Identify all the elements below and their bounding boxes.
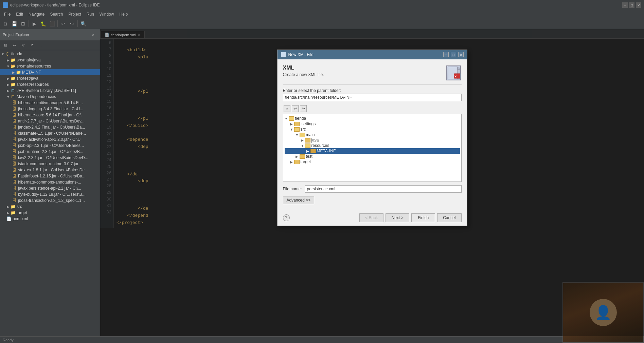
tree-item-jar-16[interactable]: 🗄 jboss-transaction-api_1.2_spec-1.1...: [0, 197, 100, 204]
dialog-description: Create a new XML file.: [283, 72, 324, 77]
tree-label-jre: JRE System Library [JavaSE-11]: [17, 88, 76, 93]
sidebar-close-btn[interactable]: ✕: [89, 31, 97, 39]
collapse-all-btn[interactable]: ⊟: [1, 41, 10, 49]
tree-item-src-main-resources[interactable]: ▼ 📂 src/main/resources: [0, 63, 100, 69]
help-button[interactable]: ?: [283, 214, 290, 221]
dtree-meta-inf[interactable]: ▶ META-INF: [285, 148, 460, 154]
tree-back-btn[interactable]: ↩: [292, 105, 299, 112]
tree-forward-btn[interactable]: ↪: [300, 105, 307, 112]
folder-tree[interactable]: ▼ tienda ▶ .settings ▼ src: [283, 114, 462, 182]
tree-arrow-src-main-resources: ▼: [6, 64, 10, 68]
tree-label-jar-6: javax.activation-api-1.2.0.jar - C:\U: [18, 137, 80, 142]
tree-label-jar-7: jaxb-api-2.3.1.jar - C:\Users\Baires...: [18, 143, 84, 148]
dtree-settings[interactable]: ▶ .settings: [285, 121, 460, 127]
dialog-close-btn[interactable]: ✕: [458, 52, 464, 57]
dtree-folder-settings: [294, 122, 300, 126]
debug-button[interactable]: 🐛: [39, 20, 47, 28]
view-menu-btn[interactable]: ⋮: [37, 41, 45, 49]
dtree-label-tienda: tienda: [295, 116, 306, 121]
back-button[interactable]: < Back: [359, 213, 383, 222]
dialog-maximize-btn[interactable]: □: [451, 52, 456, 57]
dtree-arrow-src: ▼: [290, 128, 294, 131]
tree-item-jar-3[interactable]: 🗄 antlr-2.7.7.jar - C:\Users\BairesDev..…: [0, 118, 100, 124]
tree-item-jar-6[interactable]: 🗄 javax.activation-api-1.2.0.jar - C:\U: [0, 136, 100, 142]
dtree-src[interactable]: ▼ src: [285, 127, 460, 132]
tree-item-src-main-java[interactable]: ▶ 📁 src/main/java: [0, 57, 100, 63]
tree-item-tienda[interactable]: ▼ ⬡ tienda: [0, 51, 100, 57]
save-all-button[interactable]: ⊞: [19, 20, 27, 28]
dtree-main[interactable]: ▼ main: [285, 132, 460, 137]
tree-item-jar-7[interactable]: 🗄 jaxb-api-2.3.1.jar - C:\Users\Baires..…: [0, 142, 100, 149]
tree-item-meta-inf[interactable]: ▶ 📁 META-INF: [0, 69, 100, 75]
tree-label-src-test-java: src/test/java: [17, 76, 38, 81]
menu-window[interactable]: Window: [97, 11, 117, 17]
project-explorer: Project Explorer ✕ ⊟ ⇔ ▽ ↺ ⋮ ▼ ⬡ tienda …: [0, 29, 100, 343]
close-button[interactable]: ✕: [636, 2, 641, 8]
tree-item-jar-9[interactable]: 🗄 txw2-2.3.1.jar - C:\Users\BairesDevD..…: [0, 155, 100, 161]
tree-item-jar-5[interactable]: 🗄 classmate-1.5.1.jar - C:\Users\Baire..…: [0, 130, 100, 136]
file-name-input[interactable]: [305, 185, 462, 193]
menu-file[interactable]: File: [1, 11, 13, 17]
tree-home-btn[interactable]: ⌂: [284, 105, 290, 112]
menu-search[interactable]: Search: [47, 11, 66, 17]
dtree-java[interactable]: ▶ java: [285, 137, 460, 143]
search-button[interactable]: 🔍: [79, 20, 87, 28]
jar-icon-1: 🗄: [12, 106, 17, 112]
tree-item-src[interactable]: ▶ 📁 src: [0, 204, 100, 210]
menu-run[interactable]: Run: [84, 11, 97, 17]
tree-label-src-main-java: src/main/java: [17, 58, 41, 62]
dtree-tienda[interactable]: ▼ tienda: [285, 116, 460, 121]
tree-item-jar-15[interactable]: 🗄 byte-buddy-1.12.18.jar - C:\Users\B...: [0, 191, 100, 197]
undo-button[interactable]: ↩: [59, 20, 67, 28]
stop-button[interactable]: ⬛: [48, 20, 56, 28]
tree-item-pom[interactable]: 📄 pom.xml: [0, 216, 100, 222]
minimize-button[interactable]: ─: [622, 2, 628, 8]
menu-edit[interactable]: Edit: [13, 11, 26, 17]
tree-item-jre[interactable]: ▶ ⊡ JRE System Library [JavaSE-11]: [0, 88, 100, 94]
run-button[interactable]: ▶: [30, 20, 38, 28]
target-icon: 📁: [10, 210, 16, 215]
tree-item-jar-11[interactable]: 🗄 stax-ex-1.8.1.jar - C:\Users\BairesDe.…: [0, 167, 100, 173]
folder-input[interactable]: [283, 94, 462, 101]
tree-item-src-test-resources[interactable]: ▶ 📁 src/test/resources: [0, 81, 100, 88]
menu-help[interactable]: Help: [117, 11, 131, 17]
advanced-button[interactable]: Advanced >>: [283, 196, 315, 204]
next-button[interactable]: Next >: [386, 213, 409, 222]
menu-project[interactable]: Project: [66, 11, 84, 17]
filter-btn[interactable]: ▽: [19, 41, 27, 49]
tree-item-jar-0[interactable]: 🗄 hibernate-entitymanager-5.6.14.Fi...: [0, 100, 100, 106]
tree-item-target[interactable]: ▶ 📁 target: [0, 210, 100, 216]
tree-label-pom: pom.xml: [13, 216, 28, 221]
link-editor-btn[interactable]: ⇔: [10, 41, 18, 49]
window-controls: ─ □ ✕: [622, 2, 641, 8]
tree-item-jar-12[interactable]: 🗄 FastInfoset-1.2.15.jar - C:\Users\Ba..…: [0, 173, 100, 179]
tree-item-jar-10[interactable]: 🗄 istack-commons-runtime-3.0.7.jar...: [0, 161, 100, 167]
dialog-footer: ? < Back Next > Finish Cancel: [278, 210, 467, 226]
tree-item-src-test-java[interactable]: ▶ 📁 src/test/java: [0, 75, 100, 81]
tree-arrow-meta-inf: ▶: [12, 70, 16, 74]
cancel-button[interactable]: Cancel: [437, 213, 461, 222]
dtree-test[interactable]: ▶ test: [285, 154, 460, 159]
tree-item-jar-1[interactable]: 🗄 jboss-logging-3.4.3.Final.jar - C:\U..…: [0, 106, 100, 112]
dtree-target[interactable]: ▶ target: [285, 159, 460, 165]
save-button[interactable]: 💾: [10, 20, 18, 28]
tree-item-jar-2[interactable]: 🗄 hibernate-core-5.6.14.Final.jar - C:\: [0, 112, 100, 118]
sync-btn[interactable]: ↺: [28, 41, 36, 49]
tree-item-jar-4[interactable]: 🗄 jandex-2.4.2.Final.jar - C:\Users\Ba..…: [0, 124, 100, 130]
new-button[interactable]: 🗋: [1, 20, 10, 28]
maximize-button[interactable]: □: [629, 2, 634, 8]
tree-item-maven-deps[interactable]: ▼ ⊡ Maven Dependencies: [0, 94, 100, 100]
tree-label-src-test-resources: src/test/resources: [17, 82, 49, 87]
redo-button[interactable]: ↪: [68, 20, 76, 28]
dialog-minimize-btn[interactable]: ─: [443, 52, 449, 57]
tree-item-jar-13[interactable]: 🗄 hibernate-commons-annotations-...: [0, 179, 100, 185]
dtree-resources[interactable]: ▼ resources: [285, 143, 460, 148]
tree-label-jar-1: jboss-logging-3.4.3.Final.jar - C:\U...: [18, 107, 83, 111]
tree-item-jar-8[interactable]: 🗄 jaxb-runtime-2.3.1.jar - C:\Users\B...: [0, 149, 100, 155]
xml-file-icon-large: X: [446, 65, 461, 80]
tree-item-jar-14[interactable]: 🗄 javax.persistence-api-2.2.jar - C:\...: [0, 185, 100, 191]
maven-icon: ⊡: [10, 94, 16, 99]
menu-navigate[interactable]: Navigate: [26, 11, 47, 17]
dtree-arrow-tienda: ▼: [285, 117, 289, 120]
finish-button[interactable]: Finish: [411, 213, 435, 222]
